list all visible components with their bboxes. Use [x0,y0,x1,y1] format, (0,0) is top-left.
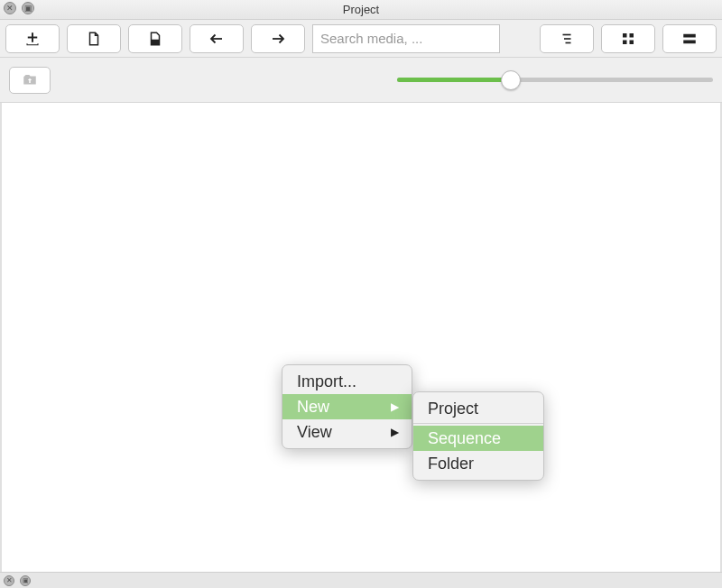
minimize-icon[interactable]: ▣ [22,2,34,14]
folder-up-icon [22,72,38,88]
main-toolbar [0,20,722,58]
submenu-new: Project Sequence Folder [412,391,544,481]
menu-item-label: Folder [428,455,474,473]
open-file-icon [147,31,163,47]
svg-rect-7 [623,33,627,38]
new-file-button[interactable] [67,24,121,53]
add-button[interactable] [5,24,60,53]
redo-icon [270,31,286,47]
window-titlebar: ✕ ▣ Project [0,0,722,20]
open-file-button[interactable] [128,24,182,53]
menu-separator [413,423,543,424]
folder-up-button[interactable] [9,67,51,94]
window-title: Project [343,3,379,16]
menu-item-label: Sequence [428,429,501,448]
svg-rect-8 [630,33,634,38]
slider-fill [397,78,511,82]
redo-button[interactable] [251,24,305,53]
window-controls: ✕ ▣ [4,2,34,14]
svg-rect-9 [623,40,627,44]
undo-icon [208,31,225,47]
submenu-arrow-icon: ▶ [391,400,399,413]
svg-rect-12 [683,40,696,43]
submenu-item-folder[interactable]: Folder [413,451,543,476]
submenu-arrow-icon: ▶ [391,426,399,438]
menu-item-import[interactable]: Import... [282,369,412,394]
add-icon [24,31,41,47]
menu-item-label: View [297,423,332,442]
tile-view-icon [681,31,698,47]
search-input[interactable] [312,24,500,53]
undo-button[interactable] [190,24,244,53]
grid-view-button[interactable] [601,24,655,53]
svg-rect-11 [683,33,696,37]
tile-view-button[interactable] [662,24,717,53]
menu-item-new[interactable]: New ▶ [282,394,412,419]
close-icon[interactable]: ✕ [4,575,14,586]
slider-thumb[interactable] [501,70,521,90]
submenu-item-sequence[interactable]: Sequence [413,426,543,451]
grid-view-icon [620,31,636,47]
menu-item-label: Import... [297,372,356,391]
close-icon[interactable]: ✕ [4,2,16,14]
list-view-button[interactable] [540,24,594,53]
footer-bar: ✕ ▣ [0,572,722,588]
menu-item-label: Project [428,400,478,418]
new-file-icon [86,31,102,47]
menu-item-label: New [297,398,329,417]
minimize-icon[interactable]: ▣ [20,575,31,586]
sub-toolbar [0,58,722,103]
slider-track [397,78,713,82]
project-content-area[interactable]: Import... New ▶ View ▶ Project Sequence … [0,103,722,572]
zoom-slider[interactable] [397,69,713,91]
context-menu: Import... New ▶ View ▶ [282,364,412,449]
menu-item-view[interactable]: View ▶ [282,419,412,445]
submenu-item-project[interactable]: Project [413,396,543,421]
list-view-icon [559,31,575,47]
svg-rect-10 [630,40,634,44]
